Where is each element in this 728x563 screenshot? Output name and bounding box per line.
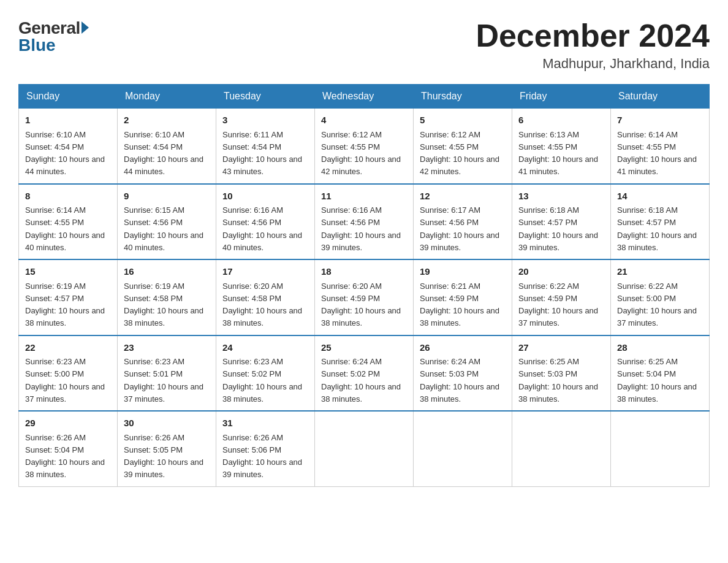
day-number: 13	[518, 190, 604, 204]
calendar-day-20: 20 Sunrise: 6:22 AM Sunset: 4:59 PM Dayl…	[512, 259, 611, 335]
day-sunset: Sunset: 4:58 PM	[222, 294, 281, 303]
day-number: 11	[321, 190, 407, 204]
day-daylight: Daylight: 10 hours and 41 minutes.	[518, 155, 598, 176]
day-sunset: Sunset: 5:04 PM	[25, 445, 84, 454]
day-number: 20	[518, 265, 604, 279]
day-sunrise: Sunrise: 6:26 AM	[222, 433, 283, 442]
calendar-day-7: 7 Sunrise: 6:14 AM Sunset: 4:55 PM Dayli…	[611, 109, 710, 184]
day-sunset: Sunset: 4:57 PM	[617, 218, 676, 227]
day-sunrise: Sunrise: 6:16 AM	[222, 205, 283, 215]
day-number: 2	[124, 113, 210, 128]
day-number: 23	[124, 341, 210, 355]
page-header: General Blue December 2024 Madhupur, Jha…	[18, 18, 710, 72]
calendar-day-13: 13 Sunrise: 6:18 AM Sunset: 4:57 PM Dayl…	[512, 184, 611, 260]
calendar-day-29: 29 Sunrise: 6:26 AM Sunset: 5:04 PM Dayl…	[19, 411, 118, 486]
day-sunset: Sunset: 5:04 PM	[617, 369, 676, 378]
day-number: 14	[617, 190, 703, 204]
day-daylight: Daylight: 10 hours and 41 minutes.	[617, 155, 697, 176]
calendar-body: 1 Sunrise: 6:10 AM Sunset: 4:54 PM Dayli…	[19, 109, 710, 487]
calendar-header: SundayMondayTuesdayWednesdayThursdayFrid…	[19, 85, 710, 109]
day-sunrise: Sunrise: 6:10 AM	[25, 130, 86, 139]
day-header-tuesday: Tuesday	[216, 85, 315, 109]
day-sunrise: Sunrise: 6:12 AM	[420, 130, 480, 139]
day-sunrise: Sunrise: 6:23 AM	[124, 357, 184, 366]
day-sunset: Sunset: 4:56 PM	[321, 218, 380, 227]
day-sunrise: Sunrise: 6:23 AM	[222, 357, 283, 366]
day-number: 18	[321, 265, 407, 279]
day-sunrise: Sunrise: 6:22 AM	[617, 282, 678, 291]
day-sunset: Sunset: 5:00 PM	[617, 294, 676, 303]
title-section: December 2024 Madhupur, Jharkhand, India	[476, 18, 710, 72]
day-daylight: Daylight: 10 hours and 44 minutes.	[25, 155, 105, 176]
calendar-day-empty	[414, 411, 512, 486]
day-number: 22	[25, 341, 111, 355]
day-daylight: Daylight: 10 hours and 38 minutes.	[222, 306, 302, 327]
calendar-day-4: 4 Sunrise: 6:12 AM Sunset: 4:55 PM Dayli…	[315, 109, 414, 184]
calendar-day-empty	[315, 411, 414, 486]
day-sunset: Sunset: 4:59 PM	[321, 294, 380, 303]
day-sunrise: Sunrise: 6:12 AM	[321, 130, 382, 139]
day-number: 4	[321, 113, 407, 128]
day-sunset: Sunset: 5:01 PM	[124, 369, 183, 378]
day-number: 9	[124, 190, 210, 204]
calendar-day-27: 27 Sunrise: 6:25 AM Sunset: 5:03 PM Dayl…	[512, 335, 611, 412]
day-daylight: Daylight: 10 hours and 39 minutes.	[222, 458, 302, 479]
calendar-table: SundayMondayTuesdayWednesdayThursdayFrid…	[18, 84, 710, 487]
day-number: 10	[222, 190, 308, 204]
day-number: 17	[222, 265, 308, 279]
day-number: 27	[518, 341, 604, 355]
day-sunrise: Sunrise: 6:24 AM	[321, 357, 382, 366]
day-daylight: Daylight: 10 hours and 38 minutes.	[617, 382, 697, 404]
calendar-day-18: 18 Sunrise: 6:20 AM Sunset: 4:59 PM Dayl…	[315, 259, 414, 335]
day-daylight: Daylight: 10 hours and 37 minutes.	[617, 306, 697, 327]
day-daylight: Daylight: 10 hours and 38 minutes.	[25, 458, 105, 479]
day-number: 21	[617, 265, 703, 279]
day-sunrise: Sunrise: 6:23 AM	[25, 357, 86, 366]
day-sunrise: Sunrise: 6:25 AM	[518, 357, 579, 366]
calendar-week-4: 22 Sunrise: 6:23 AM Sunset: 5:00 PM Dayl…	[19, 335, 710, 412]
calendar-day-14: 14 Sunrise: 6:18 AM Sunset: 4:57 PM Dayl…	[611, 184, 710, 260]
day-sunset: Sunset: 5:03 PM	[518, 369, 577, 378]
day-daylight: Daylight: 10 hours and 38 minutes.	[124, 306, 203, 327]
day-sunset: Sunset: 4:58 PM	[124, 294, 183, 303]
calendar-day-1: 1 Sunrise: 6:10 AM Sunset: 4:54 PM Dayli…	[19, 109, 118, 184]
day-daylight: Daylight: 10 hours and 40 minutes.	[222, 231, 302, 252]
day-sunrise: Sunrise: 6:20 AM	[222, 282, 283, 291]
calendar-day-16: 16 Sunrise: 6:19 AM Sunset: 4:58 PM Dayl…	[118, 259, 216, 335]
day-sunrise: Sunrise: 6:19 AM	[25, 282, 86, 291]
day-daylight: Daylight: 10 hours and 37 minutes.	[25, 382, 105, 404]
day-number: 3	[222, 113, 308, 128]
day-number: 29	[25, 416, 111, 431]
calendar-day-8: 8 Sunrise: 6:14 AM Sunset: 4:55 PM Dayli…	[19, 184, 118, 260]
day-sunset: Sunset: 4:56 PM	[420, 218, 479, 227]
calendar-day-6: 6 Sunrise: 6:13 AM Sunset: 4:55 PM Dayli…	[512, 109, 611, 184]
day-daylight: Daylight: 10 hours and 38 minutes.	[222, 382, 302, 404]
day-sunrise: Sunrise: 6:18 AM	[617, 205, 678, 215]
calendar-day-2: 2 Sunrise: 6:10 AM Sunset: 4:54 PM Dayli…	[118, 109, 216, 184]
day-sunrise: Sunrise: 6:16 AM	[321, 205, 382, 215]
day-daylight: Daylight: 10 hours and 39 minutes.	[518, 231, 598, 252]
day-number: 15	[25, 265, 111, 279]
day-sunset: Sunset: 4:56 PM	[124, 218, 183, 227]
day-daylight: Daylight: 10 hours and 37 minutes.	[124, 382, 203, 404]
day-sunset: Sunset: 5:05 PM	[124, 445, 183, 454]
day-sunset: Sunset: 4:55 PM	[321, 142, 380, 151]
logo-arrow-icon	[82, 21, 89, 34]
day-number: 12	[420, 190, 506, 204]
calendar-day-23: 23 Sunrise: 6:23 AM Sunset: 5:01 PM Dayl…	[118, 335, 216, 412]
day-number: 16	[124, 265, 210, 279]
day-number: 1	[25, 113, 111, 128]
day-daylight: Daylight: 10 hours and 39 minutes.	[321, 231, 401, 252]
day-sunset: Sunset: 5:02 PM	[222, 369, 281, 378]
calendar-day-21: 21 Sunrise: 6:22 AM Sunset: 5:00 PM Dayl…	[611, 259, 710, 335]
day-daylight: Daylight: 10 hours and 40 minutes.	[124, 231, 203, 252]
day-sunset: Sunset: 4:55 PM	[617, 142, 676, 151]
calendar-week-1: 1 Sunrise: 6:10 AM Sunset: 4:54 PM Dayli…	[19, 109, 710, 184]
day-sunrise: Sunrise: 6:21 AM	[420, 282, 480, 291]
day-number: 8	[25, 190, 111, 204]
day-header-monday: Monday	[118, 85, 216, 109]
calendar-day-12: 12 Sunrise: 6:17 AM Sunset: 4:56 PM Dayl…	[414, 184, 512, 260]
day-number: 7	[617, 113, 703, 128]
day-sunset: Sunset: 5:00 PM	[25, 369, 84, 378]
day-number: 31	[222, 416, 308, 431]
